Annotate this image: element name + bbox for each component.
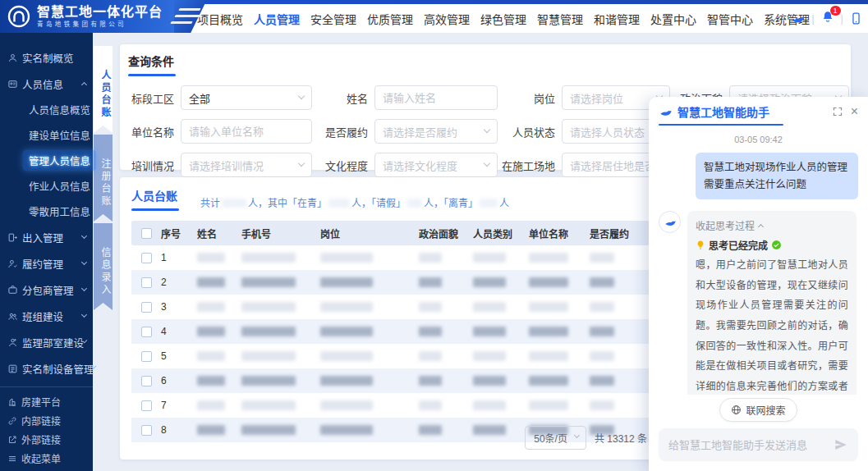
notifications-button[interactable]: 1: [820, 10, 835, 27]
person-check-icon: [7, 258, 18, 269]
chevron-down-icon: [298, 93, 305, 99]
nav-item-admin-center[interactable]: 智管中心: [707, 11, 753, 27]
nav-item-efficiency[interactable]: 高效管理: [424, 11, 470, 27]
select-all-checkbox[interactable]: [141, 228, 152, 239]
assistant-chat-area[interactable]: 03-05 09:42 智慧工地对现场作业人员的管理需要重点关注什么问题 收起思…: [649, 126, 868, 395]
ledger-tab-label[interactable]: 人员台账: [131, 187, 177, 203]
sidebar-item-management-personnel-info[interactable]: 管理人员信息: [0, 148, 93, 173]
sidebar-item-subcontractor-management[interactable]: 分包商管理: [0, 277, 93, 303]
nav-item-personnel[interactable]: 人员管理: [254, 11, 300, 27]
nav-item-project-overview[interactable]: 项目概览: [197, 11, 243, 27]
education-select[interactable]: 请选择文化程度: [374, 153, 498, 177]
sidebar-footer: 房建平台 内部链接 外部链接 收起菜单: [0, 386, 93, 471]
sidebar-item-housing-platform[interactable]: 房建平台: [0, 392, 93, 411]
id-card-icon: [7, 79, 18, 89]
send-icon[interactable]: [834, 437, 848, 452]
row-checkbox[interactable]: [141, 277, 152, 288]
person-icon: [7, 53, 18, 63]
row-checkbox[interactable]: [141, 376, 152, 386]
sidebar-item-personnel-overview[interactable]: 人员信息概览: [0, 97, 93, 122]
sidebar-item-team-building[interactable]: 班组建设: [0, 303, 93, 329]
row-checkbox[interactable]: [141, 351, 152, 362]
top-bar: 智慧工地一体化平台 青岛地铁集团有限公司 项目概览 人员管理 安全管理 优质管理…: [0, 0, 868, 33]
nav-item-harmony[interactable]: 和谐管理: [594, 11, 640, 27]
name-input-wrap: [374, 85, 498, 110]
chevron-down-icon: [574, 432, 580, 438]
sidebar-item-supervision-dept[interactable]: 监理部室建设: [0, 329, 93, 355]
device-list-icon: [7, 364, 18, 374]
sidebar-item-personnel-info[interactable]: 人员信息: [0, 71, 93, 97]
query-card-title: 查询条件: [128, 53, 174, 69]
assistant-title: 智慧工地智能助手: [677, 103, 769, 120]
briefcase-icon: [7, 285, 18, 295]
row-checkbox[interactable]: [141, 425, 152, 436]
chevron-down-icon: [81, 312, 87, 318]
assistant-header: 智慧工地智能助手 ×: [649, 97, 868, 126]
row-checkbox[interactable]: [141, 327, 152, 337]
nav-item-green[interactable]: 绿色管理: [480, 11, 526, 27]
close-icon[interactable]: ×: [851, 106, 858, 117]
chevron-up-icon: [758, 224, 764, 230]
nav-item-disposal-center[interactable]: 处置中心: [650, 11, 696, 27]
collapse-thinking-toggle[interactable]: 收起思考过程: [696, 218, 848, 232]
user-menu-chevron-icon[interactable]: [769, 13, 777, 21]
chevron-down-icon: [484, 126, 490, 133]
chevron-up-icon: [81, 82, 87, 88]
pagination: 50条/页 共 13312 条: [525, 426, 647, 450]
training-select[interactable]: 请选择培训情况: [181, 153, 312, 177]
sidebar-item-construction-unit-info[interactable]: 建设单位信息: [0, 122, 93, 148]
sidebar-item-internal-links[interactable]: 内部链接: [0, 411, 93, 430]
sidebar-item-casual-labor-info[interactable]: 零散用工信息: [0, 199, 93, 224]
nav-item-smart[interactable]: 智慧管理: [537, 11, 583, 27]
sidebar-item-performance-management[interactable]: 履约管理: [0, 250, 93, 277]
chevron-down-icon: [298, 160, 305, 167]
unit-name-input[interactable]: [189, 126, 304, 138]
sidebar-item-collapse-menu[interactable]: 收起菜单: [0, 449, 93, 468]
page-size-select[interactable]: 50条/页: [525, 426, 586, 450]
chat-timestamp: 03-05 09:42: [659, 135, 858, 144]
main-nav: 项目概览 人员管理 安全管理 优质管理 高效管理 绿色管理 智慧管理 和谐管理 …: [197, 4, 810, 33]
row-checkbox[interactable]: [141, 400, 152, 411]
vertical-tab-personnel-ledger[interactable]: 人员台账: [94, 46, 113, 133]
assistant-whale-icon: [659, 105, 673, 119]
globe-icon: [731, 405, 742, 415]
chevron-down-icon: [81, 286, 87, 291]
sidebar-item-worker-info[interactable]: 作业人员信息: [0, 173, 93, 199]
chevron-down-icon: [81, 233, 87, 239]
hamburger-icon: [7, 454, 17, 464]
notification-badge: 1: [830, 6, 841, 16]
vertical-tab-registration-ledger[interactable]: 注册台账: [94, 135, 113, 222]
people-icon: [7, 311, 18, 322]
app-subtitle: 青岛地铁集团有限公司: [37, 20, 163, 29]
nav-item-safety[interactable]: 安全管理: [310, 11, 356, 27]
assistant-message-bubble: 收起思考过程 思考已经完成 嗯，用户之前问了智慧工地对人员和大型设备的管理，现在…: [687, 211, 857, 395]
thinking-status: 思考已经完成: [696, 238, 848, 252]
metro-logo-icon: [7, 4, 31, 29]
door-access-icon: [7, 232, 18, 243]
assistant-whale-icon[interactable]: [790, 11, 806, 26]
row-checkbox[interactable]: [141, 253, 152, 263]
performance-select[interactable]: 请选择是否履约: [374, 119, 498, 144]
unit-name-input-wrap: [181, 119, 312, 144]
web-search-button[interactable]: 联网搜索: [719, 398, 797, 422]
link-icon: [7, 416, 17, 426]
expand-icon[interactable]: [833, 107, 843, 117]
sidebar-item-access-management[interactable]: 出入管理: [0, 224, 93, 250]
sidebar-item-realname-overview[interactable]: 实名制概览: [0, 44, 93, 71]
sidebar-item-external-links[interactable]: 外部链接: [0, 430, 93, 449]
name-input[interactable]: [383, 92, 489, 104]
sidebar-item-realname-device-management[interactable]: 实名制设备管理: [0, 355, 93, 382]
external-link-icon: [7, 435, 17, 445]
mobile-device-icon[interactable]: [849, 11, 863, 25]
assistant-message-input[interactable]: [668, 439, 834, 451]
building-icon: [7, 397, 17, 407]
thinking-paragraph: 嗯，用户之前问了智慧工地对人员和大型设备的管理，现在又继续问现场作业人员管理需要…: [696, 255, 848, 395]
bulb-icon: [696, 240, 705, 250]
assistant-whale-icon: [664, 216, 677, 229]
chevron-down-icon: [83, 339, 88, 344]
vertical-tab-info-entry[interactable]: 信息录入: [94, 223, 113, 310]
nav-item-quality[interactable]: 优质管理: [367, 11, 413, 27]
ledger-summary: 共计人，其中「在青」人，「请假」人，「离青」人: [200, 195, 509, 211]
row-checkbox[interactable]: [141, 302, 152, 313]
section-area-select[interactable]: 全部: [181, 85, 312, 110]
